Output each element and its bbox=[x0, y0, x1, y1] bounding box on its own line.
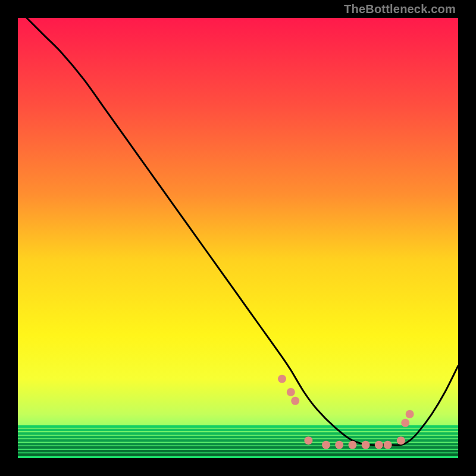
svg-rect-3 bbox=[18, 436, 458, 438]
marker-dot bbox=[278, 375, 286, 383]
marker-dot bbox=[362, 441, 370, 449]
svg-rect-1 bbox=[18, 428, 458, 431]
marker-dot bbox=[335, 441, 343, 449]
bottleneck-chart bbox=[18, 18, 458, 458]
marker-dot bbox=[384, 441, 392, 449]
svg-rect-2 bbox=[18, 432, 458, 434]
marker-dot bbox=[304, 436, 312, 444]
marker-dot bbox=[375, 441, 383, 449]
marker-dot bbox=[406, 410, 414, 418]
svg-rect-0 bbox=[18, 425, 458, 428]
svg-rect-4 bbox=[18, 439, 458, 441]
marker-dot bbox=[291, 397, 299, 405]
marker-dot bbox=[287, 388, 295, 396]
svg-rect-6 bbox=[18, 446, 458, 449]
marker-dot bbox=[348, 441, 356, 449]
svg-rect-7 bbox=[18, 450, 458, 452]
marker-dot bbox=[322, 441, 330, 449]
svg-rect-8 bbox=[18, 453, 458, 456]
gradient-background bbox=[18, 18, 458, 458]
bottom-green-bands bbox=[18, 425, 458, 456]
watermark-text: TheBottleneck.com bbox=[344, 2, 456, 16]
chart-frame bbox=[18, 18, 458, 458]
marker-dot bbox=[401, 419, 409, 427]
marker-dot bbox=[397, 436, 405, 444]
